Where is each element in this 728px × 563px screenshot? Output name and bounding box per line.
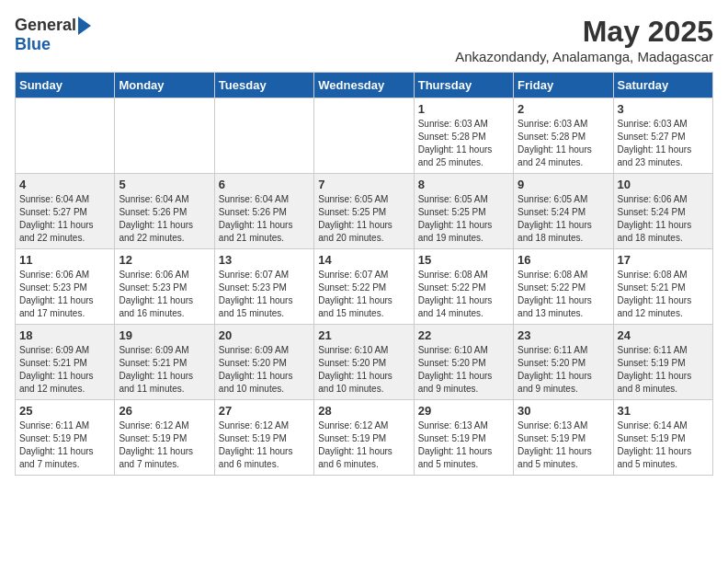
calendar-cell: 6Sunrise: 6:04 AM Sunset: 5:26 PM Daylig… bbox=[214, 174, 313, 249]
logo-blue-text: Blue bbox=[15, 35, 51, 54]
day-info: Sunrise: 6:07 AM Sunset: 5:22 PM Dayligh… bbox=[318, 269, 409, 320]
day-number: 22 bbox=[418, 328, 509, 342]
calendar-header-thursday: Thursday bbox=[414, 73, 513, 98]
month-title: May 2025 bbox=[455, 15, 713, 49]
day-number: 20 bbox=[219, 328, 310, 342]
day-info: Sunrise: 6:05 AM Sunset: 5:25 PM Dayligh… bbox=[418, 193, 509, 245]
calendar-cell: 24Sunrise: 6:11 AM Sunset: 5:19 PM Dayli… bbox=[613, 325, 712, 400]
calendar-cell: 22Sunrise: 6:10 AM Sunset: 5:20 PM Dayli… bbox=[414, 325, 513, 400]
calendar-cell: 10Sunrise: 6:06 AM Sunset: 5:24 PM Dayli… bbox=[613, 174, 712, 249]
day-info: Sunrise: 6:07 AM Sunset: 5:23 PM Dayligh… bbox=[219, 269, 310, 320]
calendar-cell: 17Sunrise: 6:08 AM Sunset: 5:21 PM Dayli… bbox=[613, 249, 712, 325]
page-header: General Blue May 2025 Ankazondandy, Anal… bbox=[15, 15, 713, 64]
calendar-header-monday: Monday bbox=[115, 73, 214, 98]
day-info: Sunrise: 6:03 AM Sunset: 5:27 PM Dayligh… bbox=[618, 118, 709, 169]
calendar-cell: 15Sunrise: 6:08 AM Sunset: 5:22 PM Dayli… bbox=[414, 249, 513, 325]
day-info: Sunrise: 6:09 AM Sunset: 5:21 PM Dayligh… bbox=[19, 344, 110, 396]
day-info: Sunrise: 6:12 AM Sunset: 5:19 PM Dayligh… bbox=[318, 419, 409, 471]
day-info: Sunrise: 6:12 AM Sunset: 5:19 PM Dayligh… bbox=[119, 419, 210, 471]
day-number: 4 bbox=[19, 178, 110, 191]
day-number: 28 bbox=[318, 404, 409, 418]
calendar-week-row: 11Sunrise: 6:06 AM Sunset: 5:23 PM Dayli… bbox=[16, 249, 713, 325]
day-info: Sunrise: 6:14 AM Sunset: 5:19 PM Dayligh… bbox=[618, 419, 709, 471]
calendar-table: SundayMondayTuesdayWednesdayThursdayFrid… bbox=[15, 72, 713, 476]
calendar-cell: 16Sunrise: 6:08 AM Sunset: 5:22 PM Dayli… bbox=[514, 249, 613, 325]
calendar-cell: 27Sunrise: 6:12 AM Sunset: 5:19 PM Dayli… bbox=[214, 400, 313, 476]
day-info: Sunrise: 6:13 AM Sunset: 5:19 PM Dayligh… bbox=[518, 419, 609, 471]
calendar-cell: 29Sunrise: 6:13 AM Sunset: 5:19 PM Dayli… bbox=[414, 400, 513, 476]
calendar-header-saturday: Saturday bbox=[613, 73, 712, 98]
day-info: Sunrise: 6:10 AM Sunset: 5:20 PM Dayligh… bbox=[318, 344, 409, 396]
day-number: 5 bbox=[119, 178, 210, 191]
day-number: 2 bbox=[518, 102, 609, 116]
day-info: Sunrise: 6:03 AM Sunset: 5:28 PM Dayligh… bbox=[418, 118, 509, 169]
calendar-cell: 19Sunrise: 6:09 AM Sunset: 5:21 PM Dayli… bbox=[115, 325, 214, 400]
day-info: Sunrise: 6:08 AM Sunset: 5:22 PM Dayligh… bbox=[518, 269, 609, 320]
calendar-cell bbox=[314, 98, 414, 174]
day-info: Sunrise: 6:09 AM Sunset: 5:21 PM Dayligh… bbox=[119, 344, 210, 396]
day-number: 25 bbox=[19, 404, 110, 418]
day-info: Sunrise: 6:11 AM Sunset: 5:20 PM Dayligh… bbox=[518, 344, 609, 396]
calendar-cell: 11Sunrise: 6:06 AM Sunset: 5:23 PM Dayli… bbox=[16, 249, 115, 325]
logo-general-text: General bbox=[15, 16, 76, 35]
calendar-cell: 8Sunrise: 6:05 AM Sunset: 5:25 PM Daylig… bbox=[414, 174, 513, 249]
calendar-cell: 21Sunrise: 6:10 AM Sunset: 5:20 PM Dayli… bbox=[314, 325, 414, 400]
calendar-cell: 14Sunrise: 6:07 AM Sunset: 5:22 PM Dayli… bbox=[314, 249, 414, 325]
day-number: 27 bbox=[219, 404, 310, 418]
calendar-header-friday: Friday bbox=[514, 73, 613, 98]
calendar-week-row: 18Sunrise: 6:09 AM Sunset: 5:21 PM Dayli… bbox=[16, 325, 713, 400]
day-info: Sunrise: 6:08 AM Sunset: 5:22 PM Dayligh… bbox=[418, 269, 509, 320]
day-number: 9 bbox=[518, 178, 609, 191]
calendar-cell: 2Sunrise: 6:03 AM Sunset: 5:28 PM Daylig… bbox=[514, 98, 613, 174]
day-number: 19 bbox=[119, 328, 210, 342]
day-info: Sunrise: 6:05 AM Sunset: 5:24 PM Dayligh… bbox=[518, 193, 609, 245]
day-info: Sunrise: 6:11 AM Sunset: 5:19 PM Dayligh… bbox=[19, 419, 110, 471]
calendar-cell: 26Sunrise: 6:12 AM Sunset: 5:19 PM Dayli… bbox=[115, 400, 214, 476]
calendar-week-row: 4Sunrise: 6:04 AM Sunset: 5:27 PM Daylig… bbox=[16, 174, 713, 249]
calendar-cell: 23Sunrise: 6:11 AM Sunset: 5:20 PM Dayli… bbox=[514, 325, 613, 400]
calendar-cell: 5Sunrise: 6:04 AM Sunset: 5:26 PM Daylig… bbox=[115, 174, 214, 249]
day-number: 18 bbox=[19, 328, 110, 342]
day-number: 7 bbox=[318, 178, 409, 191]
day-number: 1 bbox=[418, 102, 509, 116]
day-number: 13 bbox=[219, 253, 310, 267]
day-info: Sunrise: 6:06 AM Sunset: 5:23 PM Dayligh… bbox=[19, 269, 110, 320]
day-info: Sunrise: 6:04 AM Sunset: 5:27 PM Dayligh… bbox=[19, 193, 110, 245]
calendar-header-tuesday: Tuesday bbox=[214, 73, 313, 98]
day-number: 31 bbox=[618, 404, 709, 418]
calendar-cell bbox=[16, 98, 115, 174]
calendar-cell: 28Sunrise: 6:12 AM Sunset: 5:19 PM Dayli… bbox=[314, 400, 414, 476]
day-info: Sunrise: 6:10 AM Sunset: 5:20 PM Dayligh… bbox=[418, 344, 509, 396]
location-title: Ankazondandy, Analamanga, Madagascar bbox=[455, 49, 713, 64]
calendar-cell: 3Sunrise: 6:03 AM Sunset: 5:27 PM Daylig… bbox=[613, 98, 712, 174]
calendar-cell: 25Sunrise: 6:11 AM Sunset: 5:19 PM Dayli… bbox=[16, 400, 115, 476]
day-number: 15 bbox=[418, 253, 509, 267]
calendar-header-row: SundayMondayTuesdayWednesdayThursdayFrid… bbox=[16, 73, 713, 98]
day-number: 17 bbox=[618, 253, 709, 267]
day-info: Sunrise: 6:09 AM Sunset: 5:20 PM Dayligh… bbox=[219, 344, 310, 396]
day-info: Sunrise: 6:04 AM Sunset: 5:26 PM Dayligh… bbox=[119, 193, 210, 245]
day-number: 24 bbox=[618, 328, 709, 342]
day-number: 12 bbox=[119, 253, 210, 267]
day-number: 16 bbox=[518, 253, 609, 267]
day-number: 3 bbox=[618, 102, 709, 116]
logo: General Blue bbox=[15, 15, 91, 54]
day-info: Sunrise: 6:03 AM Sunset: 5:28 PM Dayligh… bbox=[518, 118, 609, 169]
day-info: Sunrise: 6:06 AM Sunset: 5:23 PM Dayligh… bbox=[119, 269, 210, 320]
day-number: 10 bbox=[618, 178, 709, 191]
calendar-cell: 4Sunrise: 6:04 AM Sunset: 5:27 PM Daylig… bbox=[16, 174, 115, 249]
logo-arrow-icon bbox=[78, 17, 91, 35]
day-info: Sunrise: 6:12 AM Sunset: 5:19 PM Dayligh… bbox=[219, 419, 310, 471]
day-number: 8 bbox=[418, 178, 509, 191]
day-number: 11 bbox=[19, 253, 110, 267]
calendar-cell: 9Sunrise: 6:05 AM Sunset: 5:24 PM Daylig… bbox=[514, 174, 613, 249]
day-info: Sunrise: 6:11 AM Sunset: 5:19 PM Dayligh… bbox=[618, 344, 709, 396]
calendar-cell bbox=[214, 98, 313, 174]
calendar-cell bbox=[115, 98, 214, 174]
day-info: Sunrise: 6:08 AM Sunset: 5:21 PM Dayligh… bbox=[618, 269, 709, 320]
day-number: 26 bbox=[119, 404, 210, 418]
calendar-cell: 13Sunrise: 6:07 AM Sunset: 5:23 PM Dayli… bbox=[214, 249, 313, 325]
day-number: 21 bbox=[318, 328, 409, 342]
calendar-cell: 30Sunrise: 6:13 AM Sunset: 5:19 PM Dayli… bbox=[514, 400, 613, 476]
title-section: May 2025 Ankazondandy, Analamanga, Madag… bbox=[455, 15, 713, 64]
